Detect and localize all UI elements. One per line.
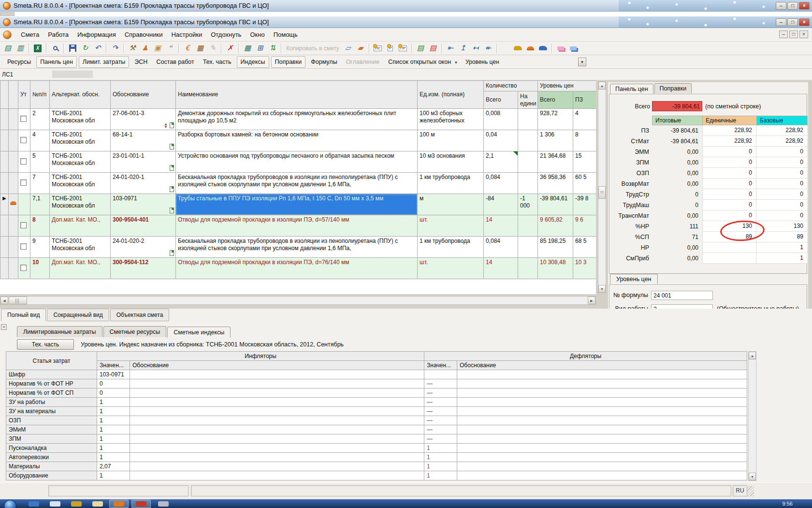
bottom-table-scrollbar[interactable]: ▲ ▼	[748, 351, 756, 481]
overheads-button[interactable]	[525, 43, 536, 54]
cell-alt-justification[interactable]: Доп.мат. Кат. МО.,	[50, 258, 111, 279]
price-level-combo[interactable]: Уровень цен ▼	[462, 57, 587, 67]
taskbar-active-app-button[interactable]	[131, 500, 151, 508]
price-unit-value[interactable]: 228,92	[702, 136, 756, 147]
save-button[interactable]	[67, 43, 78, 54]
cell-price-pz[interactable]: 15	[573, 151, 596, 173]
price-base-value[interactable]: 0	[756, 157, 808, 168]
price-unit-value[interactable]: 0	[702, 189, 756, 200]
cell-qty-per-unit[interactable]	[518, 109, 538, 130]
estimate-row[interactable]: ▶ 4 ТСНБ-2001 Московская обл 68-14-1 ▲▼ …	[0, 130, 596, 151]
tab-object-estimate[interactable]: Объектная смета	[110, 309, 170, 321]
tab-estimate-resources[interactable]: Сметные ресурсы	[103, 326, 167, 337]
deflator-just-cell[interactable]	[457, 388, 747, 398]
deflator-just-cell[interactable]	[457, 444, 747, 453]
tab-price-level[interactable]: Уровень цен	[610, 274, 658, 284]
deflator-just-cell[interactable]	[457, 370, 747, 379]
cell-unit[interactable]: шт.	[418, 215, 484, 237]
inflator-just-cell[interactable]	[130, 434, 424, 444]
taskbar-browser-button[interactable]	[45, 500, 65, 508]
redo-button[interactable]: ↷	[109, 43, 121, 54]
layers-pink-button[interactable]	[555, 43, 566, 54]
cell-price-total[interactable]: 85 198,25	[538, 237, 573, 258]
inflator-just-cell[interactable]	[130, 462, 424, 471]
index-row[interactable]: Материалы 2,07 1	[6, 462, 747, 471]
inflator-just-cell[interactable]	[130, 379, 424, 388]
price-unit-value[interactable]: 0	[702, 168, 756, 179]
index-row[interactable]: Шифр 103-0971	[6, 370, 747, 379]
comment-button[interactable]: ❝	[164, 43, 176, 54]
tab-limited-costs[interactable]: Лимитированные затраты	[17, 326, 102, 337]
approve-checkbox[interactable]	[20, 265, 27, 271]
price-base-value[interactable]: 0	[756, 189, 808, 200]
cell-price-total[interactable]: 36 958,36	[538, 173, 573, 194]
cell-unit[interactable]: м	[418, 194, 484, 215]
approve-cell[interactable]	[18, 194, 30, 215]
materials-button[interactable]: ▦	[194, 43, 206, 54]
inflator-just-cell[interactable]	[130, 407, 424, 416]
close-panel-icon[interactable]: ×	[1, 324, 7, 330]
deflator-value-cell[interactable]: —	[424, 379, 457, 388]
cell-num[interactable]: 8	[30, 215, 50, 237]
cell-price-pz[interactable]: 68 5	[573, 237, 596, 258]
inflator-value-cell[interactable]: 0	[97, 388, 130, 398]
deflator-value-cell[interactable]: —	[424, 407, 457, 416]
works-button[interactable]	[500, 43, 511, 54]
cell-justification[interactable]: 24-01-020-2 ▲▼	[111, 237, 176, 258]
sort-button[interactable]: ⇅	[267, 43, 278, 54]
resource-button[interactable]: Р	[385, 43, 396, 54]
deflator-just-cell[interactable]	[457, 407, 747, 416]
scroll-up-icon[interactable]: ▲	[598, 82, 606, 90]
cell-unit[interactable]: 100 м	[418, 130, 484, 151]
inflator-value-cell[interactable]: 2,07	[97, 462, 130, 471]
deflator-just-cell[interactable]	[457, 434, 747, 444]
refresh-button[interactable]: ↻	[79, 43, 91, 54]
copy-button[interactable]: ▱	[342, 43, 354, 54]
index-row[interactable]: ЗУ на работы 1 —	[6, 398, 747, 407]
cell-price-pz[interactable]: -39 8	[573, 194, 596, 215]
cell-alt-justification[interactable]: ТСНБ-2001 Московская обл	[50, 130, 111, 151]
cell-name[interactable]: Устройство основания под трубопроводы пе…	[176, 151, 418, 173]
deflator-just-cell[interactable]	[457, 379, 747, 388]
tab-resursy[interactable]: Ресурсы	[4, 57, 34, 67]
inflator-value-cell[interactable]: 1	[97, 425, 130, 434]
cell-price-pz[interactable]: 10 3	[573, 258, 596, 279]
tab-popravki[interactable]: Поправки	[271, 56, 306, 68]
inflator-value-cell[interactable]: 1	[97, 453, 130, 462]
price-base-value[interactable]: 0	[756, 179, 808, 189]
delete-button[interactable]: ✗	[224, 43, 236, 54]
cell-qty-total[interactable]: 14	[484, 215, 518, 237]
approve-checkbox[interactable]	[20, 222, 27, 228]
cell-qty-per-unit[interactable]	[518, 215, 538, 237]
cell-num[interactable]: 2	[30, 109, 50, 130]
inflator-value-cell[interactable]: 1	[97, 444, 130, 453]
cell-qty-total[interactable]: 0,084	[484, 237, 518, 258]
tab-estimate-indexes[interactable]: Сметные индексы	[167, 327, 231, 338]
index-row[interactable]: ЭМиМ 1 —	[6, 425, 747, 434]
tech-part-button[interactable]: Тех. часть	[17, 339, 74, 350]
paste-button[interactable]: ▰	[355, 43, 366, 54]
price-unit-value[interactable]: 0	[702, 200, 756, 210]
inflator-just-cell[interactable]	[130, 370, 424, 379]
cell-alt-justification[interactable]: ТСНБ-2001 Московская обл	[50, 194, 111, 215]
scroll-right-icon[interactable]: ▶	[588, 297, 595, 304]
taskbar-explorer-button[interactable]	[67, 500, 86, 508]
cell-qty-total[interactable]: 2,1	[484, 151, 518, 173]
scroll-thumb[interactable]	[598, 186, 606, 199]
price-base-value[interactable]: 0	[756, 147, 808, 157]
cell-alt-justification[interactable]: ТСНБ-2001 Московская обл	[50, 151, 111, 173]
move-left-button[interactable]: ↞	[482, 43, 494, 54]
cell-qty-per-unit[interactable]	[518, 130, 538, 151]
price-base-value[interactable]: 1	[756, 253, 808, 264]
estimate-row[interactable]: ▶ 7 ТСНБ-2001 Московская обл 24-01-020-1…	[0, 173, 596, 194]
menu-item-rabota[interactable]: Работа	[44, 29, 73, 40]
minimize-icon[interactable]: –	[776, 18, 786, 26]
tab-corrections[interactable]: Поправки	[654, 83, 692, 93]
deflator-just-cell[interactable]	[457, 471, 747, 480]
cell-num[interactable]: 5	[30, 151, 50, 173]
table-view-button[interactable]: ▦	[242, 43, 253, 54]
cell-num[interactable]: 7,1	[30, 194, 50, 215]
inflator-just-cell[interactable]	[130, 388, 424, 398]
hscroll-thumb[interactable]	[9, 297, 27, 304]
transport-button[interactable]	[512, 43, 524, 54]
